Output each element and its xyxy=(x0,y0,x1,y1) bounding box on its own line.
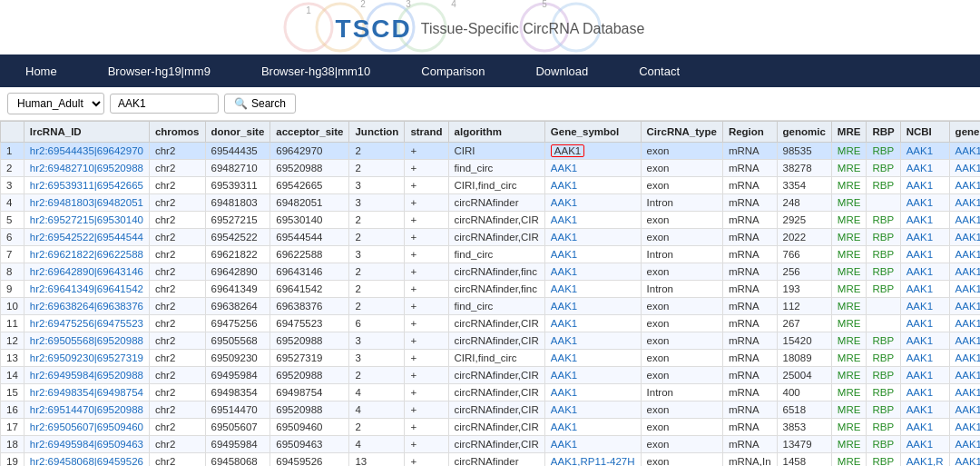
mre-link[interactable]: MRE xyxy=(838,163,861,174)
row-id[interactable]: hr2:69641349|69641542 xyxy=(24,281,149,298)
ncbi-link[interactable]: AAK1 xyxy=(906,387,933,398)
row-gene[interactable]: AAK1 xyxy=(544,229,641,246)
row-mre[interactable]: MRE xyxy=(831,298,867,315)
genecards-link[interactable]: AAK1 xyxy=(956,283,980,294)
row-ncbi[interactable]: AAK1 xyxy=(900,212,949,229)
row-genecards[interactable]: AAK1 xyxy=(949,436,980,453)
row-ncbi[interactable]: AAK1 xyxy=(900,160,949,177)
row-genecards[interactable]: AAK1 xyxy=(949,143,980,160)
genecards-link[interactable]: AAK1 xyxy=(956,214,980,225)
row-mre[interactable]: MRE xyxy=(831,281,867,298)
row-mre[interactable]: MRE xyxy=(831,177,867,194)
genecards-link[interactable]: AAK1 xyxy=(956,404,980,415)
table-row[interactable]: 19 hr2:69458068|69459526 chr2 69458068 6… xyxy=(1,453,981,467)
row-ncbi[interactable]: AAK1 xyxy=(900,436,949,453)
row-id[interactable]: hr2:69481803|69482051 xyxy=(24,194,149,212)
row-rbp[interactable]: RBP xyxy=(867,229,900,246)
row-gene[interactable]: AAK1 xyxy=(544,194,641,212)
row-rbp[interactable]: RBP xyxy=(867,246,900,263)
gene-link[interactable]: AAK1 xyxy=(551,352,577,363)
gene-link[interactable]: AAK1 xyxy=(551,439,577,450)
genecards-link[interactable]: AAK1 xyxy=(956,197,980,208)
row-genecards[interactable]: AAK1 xyxy=(949,419,980,436)
ncbi-link[interactable]: AAK1 xyxy=(906,439,933,450)
table-row[interactable]: 17 hr2:69505607|69509460 chr2 69505607 6… xyxy=(1,419,981,436)
table-row[interactable]: 5 hr2:69527215|69530140 chr2 69527215 69… xyxy=(1,212,981,229)
rbp-link[interactable]: RBP xyxy=(872,249,894,260)
row-genecards[interactable]: AAK1 xyxy=(949,160,980,177)
rbp-link[interactable]: RBP xyxy=(872,421,894,432)
row-rbp[interactable]: RBP xyxy=(867,453,900,467)
gene-link[interactable]: AAK1,RP11-427H xyxy=(551,456,635,466)
table-row[interactable]: 16 hr2:69514470|69520988 chr2 69514470 6… xyxy=(1,402,981,419)
gene-link[interactable]: AAK1 xyxy=(551,318,577,329)
row-mre[interactable]: MRE xyxy=(831,263,867,281)
genecards-link[interactable]: AAK1 xyxy=(956,421,980,432)
rbp-link[interactable]: RBP xyxy=(872,352,894,363)
nav-comparison[interactable]: Comparison xyxy=(396,55,510,87)
row-id[interactable]: hr2:69498354|69498754 xyxy=(24,384,149,402)
rbp-link[interactable]: RBP xyxy=(872,456,894,466)
nav-download[interactable]: Download xyxy=(510,55,613,87)
row-ncbi[interactable]: AAK1 xyxy=(900,298,949,315)
row-gene[interactable]: AAK1 xyxy=(544,332,641,350)
row-rbp[interactable]: RBP xyxy=(867,367,900,384)
row-gene[interactable]: AAK1 xyxy=(544,298,641,315)
table-row[interactable]: 1 hr2:69544435|69642970 chr2 69544435 69… xyxy=(1,143,981,160)
row-rbp[interactable]: RBP xyxy=(867,436,900,453)
search-input[interactable] xyxy=(110,94,219,114)
row-rbp[interactable] xyxy=(867,315,900,332)
row-id[interactable]: hr2:69495984|69520988 xyxy=(24,367,149,384)
row-id[interactable]: hr2:69642890|69643146 xyxy=(24,263,149,281)
mre-link[interactable]: MRE xyxy=(838,387,861,398)
genecards-link[interactable]: AAK1 xyxy=(956,301,980,312)
table-row[interactable]: 7 hr2:69621822|69622588 chr2 69621822 69… xyxy=(1,246,981,263)
table-row[interactable]: 4 hr2:69481803|69482051 chr2 69481803 69… xyxy=(1,194,981,212)
ncbi-link[interactable]: AAK1 xyxy=(906,301,933,312)
gene-link[interactable]: AAK1 xyxy=(551,180,577,191)
mre-link[interactable]: MRE xyxy=(838,335,861,346)
mre-link[interactable]: MRE xyxy=(838,214,861,225)
table-row[interactable]: 2 hr2:69482710|69520988 chr2 69482710 69… xyxy=(1,160,981,177)
row-mre[interactable]: MRE xyxy=(831,315,867,332)
genecards-link[interactable]: AAK1 xyxy=(956,266,980,277)
row-rbp[interactable]: RBP xyxy=(867,332,900,350)
row-rbp[interactable] xyxy=(867,194,900,212)
table-row[interactable]: 10 hr2:69638264|69638376 chr2 69638264 6… xyxy=(1,298,981,315)
genecards-link[interactable]: AAK1 xyxy=(956,318,980,329)
row-ncbi[interactable]: AAK1 xyxy=(900,384,949,402)
nav-browser-hg19[interactable]: Browser-hg19|mm9 xyxy=(83,55,236,87)
mre-link[interactable]: MRE xyxy=(838,439,861,450)
row-ncbi[interactable]: AAK1 xyxy=(900,229,949,246)
row-gene[interactable]: AAK1 xyxy=(544,384,641,402)
row-ncbi[interactable]: AAK1 xyxy=(900,246,949,263)
genecards-link[interactable]: AAK1 xyxy=(956,163,980,174)
rbp-link[interactable]: RBP xyxy=(872,266,894,277)
mre-link[interactable]: MRE xyxy=(838,404,861,415)
ncbi-link[interactable]: AAK1 xyxy=(906,370,933,381)
row-gene[interactable]: AAK1 xyxy=(544,436,641,453)
row-id[interactable]: hr2:69482710|69520988 xyxy=(24,160,149,177)
gene-link[interactable]: AAK1 xyxy=(551,301,577,312)
ncbi-link[interactable]: AAK1 xyxy=(906,266,933,277)
row-mre[interactable]: MRE xyxy=(831,212,867,229)
row-genecards[interactable]: AAK1 xyxy=(949,246,980,263)
row-id[interactable]: hr2:69542522|69544544 xyxy=(24,229,149,246)
genecards-link[interactable]: AAK1 xyxy=(956,370,980,381)
row-ncbi[interactable]: AAK1 xyxy=(900,143,949,160)
rbp-link[interactable]: RBP xyxy=(872,214,894,225)
row-mre[interactable]: MRE xyxy=(831,246,867,263)
row-ncbi[interactable]: AAK1 xyxy=(900,315,949,332)
row-gene[interactable]: AAK1 xyxy=(544,212,641,229)
genecards-link[interactable]: AAK1 xyxy=(956,232,980,243)
row-genecards[interactable]: AAK1 xyxy=(949,350,980,367)
rbp-link[interactable]: RBP xyxy=(872,232,894,243)
row-rbp[interactable]: RBP xyxy=(867,402,900,419)
mre-link[interactable]: MRE xyxy=(838,283,861,294)
gene-link[interactable]: AAK1 xyxy=(551,266,577,277)
row-genecards[interactable]: AAK1 xyxy=(949,332,980,350)
rbp-link[interactable]: RBP xyxy=(872,387,894,398)
row-gene[interactable]: AAK1,RP11-427H xyxy=(544,453,641,467)
row-mre[interactable]: MRE xyxy=(831,332,867,350)
species-select[interactable]: Human_Adult Human_Fetal Mouse_Adult Mous… xyxy=(7,93,104,114)
